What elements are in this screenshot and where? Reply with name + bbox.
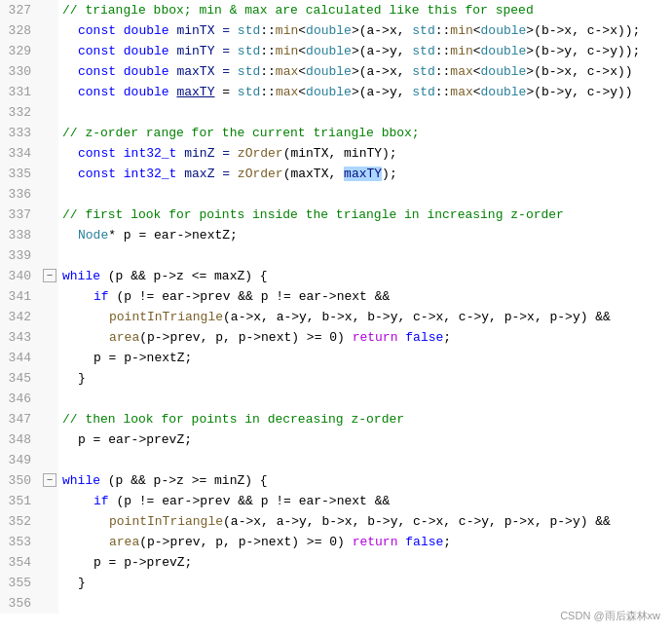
code-line: // triangle bbox; min & max are calculat…	[58, 0, 672, 20]
code-line: // then look for points in decreasing z-…	[58, 409, 672, 429]
table-row: 352pointInTriangle(a->x, a->y, b->x, b->…	[0, 511, 672, 532]
line-number: 338	[0, 225, 41, 245]
table-row: 344p = p->nextZ;	[0, 348, 672, 368]
table-row: 347// then look for points in decreasing…	[0, 409, 672, 429]
gutter-icon	[41, 41, 58, 61]
line-number: 344	[0, 348, 41, 368]
table-row: 331const double maxTY = std::max<double>…	[0, 82, 672, 102]
line-number: 347	[0, 409, 41, 429]
table-row: 345}	[0, 368, 672, 389]
table-row: 350−while (p && p->z >= minZ) {	[0, 470, 672, 491]
line-number: 346	[0, 389, 41, 409]
code-line: const int32_t maxZ = zOrder(maxTX, maxTY…	[58, 164, 672, 184]
gutter-icon	[41, 143, 58, 164]
line-number: 355	[0, 573, 41, 593]
line-number: 335	[0, 164, 41, 184]
line-number: 341	[0, 286, 41, 307]
code-line: area(p->prev, p, p->next) >= 0) return f…	[58, 532, 672, 552]
table-row: 354p = p->prevZ;	[0, 552, 672, 573]
code-editor: 327// triangle bbox; min & max are calcu…	[0, 0, 672, 634]
line-number: 331	[0, 82, 41, 102]
code-line	[58, 184, 672, 205]
gutter-icon	[41, 0, 58, 20]
gutter-icon[interactable]: −	[41, 266, 58, 286]
code-line: // z-order range for the current triangl…	[58, 123, 672, 143]
code-line: }	[58, 573, 672, 593]
code-line: if (p != ear->prev && p != ear->next &&	[58, 286, 672, 307]
table-row: 343area(p->prev, p, p->next) >= 0) retur…	[0, 327, 672, 348]
table-row: 333// z-order range for the current tria…	[0, 123, 672, 143]
gutter-icon	[41, 409, 58, 429]
line-number: 356	[0, 593, 41, 614]
code-table: 327// triangle bbox; min & max are calcu…	[0, 0, 672, 614]
line-number: 333	[0, 123, 41, 143]
line-number: 345	[0, 368, 41, 389]
gutter-icon	[41, 429, 58, 450]
line-number: 348	[0, 429, 41, 450]
gutter-icon	[41, 102, 58, 123]
table-row: 355}	[0, 573, 672, 593]
line-number: 342	[0, 307, 41, 327]
gutter-icon	[41, 123, 58, 143]
code-line: const double minTX = std::min<double>(a-…	[58, 20, 672, 41]
table-row: 335const int32_t maxZ = zOrder(maxTX, ma…	[0, 164, 672, 184]
line-number: 334	[0, 143, 41, 164]
line-number: 336	[0, 184, 41, 205]
gutter-icon	[41, 20, 58, 41]
gutter-icon	[41, 348, 58, 368]
code-line: if (p != ear->prev && p != ear->next &&	[58, 491, 672, 511]
code-line: while (p && p->z >= minZ) {	[58, 470, 672, 491]
gutter-icon	[41, 327, 58, 348]
line-number: 332	[0, 102, 41, 123]
gutter-icon	[41, 307, 58, 327]
gutter-icon	[41, 491, 58, 511]
code-line: p = p->prevZ;	[58, 552, 672, 573]
table-row: 346	[0, 389, 672, 409]
gutter-icon[interactable]: −	[41, 470, 58, 491]
table-row: 348p = ear->prevZ;	[0, 429, 672, 450]
gutter-icon	[41, 184, 58, 205]
gutter-icon	[41, 573, 58, 593]
code-line: pointInTriangle(a->x, a->y, b->x, b->y, …	[58, 307, 672, 327]
gutter-icon	[41, 593, 58, 614]
code-line: }	[58, 368, 672, 389]
line-number: 328	[0, 20, 41, 41]
line-number: 329	[0, 41, 41, 61]
line-number: 327	[0, 0, 41, 20]
gutter-icon	[41, 552, 58, 573]
gutter-icon	[41, 368, 58, 389]
table-row: 339	[0, 245, 672, 266]
line-number: 337	[0, 205, 41, 225]
watermark: CSDN @雨后森林xw	[560, 606, 660, 626]
gutter-icon	[41, 511, 58, 532]
gutter-icon	[41, 389, 58, 409]
table-row: 337// first look for points inside the t…	[0, 205, 672, 225]
code-line	[58, 245, 672, 266]
code-line: Node* p = ear->nextZ;	[58, 225, 672, 245]
code-line	[58, 389, 672, 409]
table-row: 341if (p != ear->prev && p != ear->next …	[0, 286, 672, 307]
code-line: const int32_t minZ = zOrder(minTX, minTY…	[58, 143, 672, 164]
line-number: 352	[0, 511, 41, 532]
code-line: const double maxTX = std::max<double>(a-…	[58, 61, 672, 82]
table-row: 353area(p->prev, p, p->next) >= 0) retur…	[0, 532, 672, 552]
gutter-icon	[41, 164, 58, 184]
gutter-icon	[41, 205, 58, 225]
code-line: area(p->prev, p, p->next) >= 0) return f…	[58, 327, 672, 348]
table-row: 334const int32_t minZ = zOrder(minTX, mi…	[0, 143, 672, 164]
code-line	[58, 102, 672, 123]
table-row: 327// triangle bbox; min & max are calcu…	[0, 0, 672, 20]
gutter-icon	[41, 532, 58, 552]
table-row: 349	[0, 450, 672, 470]
table-row: 336	[0, 184, 672, 205]
code-line: p = p->nextZ;	[58, 348, 672, 368]
code-line: pointInTriangle(a->x, a->y, b->x, b->y, …	[58, 511, 672, 532]
table-row: 340−while (p && p->z <= maxZ) {	[0, 266, 672, 286]
gutter-icon	[41, 245, 58, 266]
line-number: 350	[0, 470, 41, 491]
line-number: 330	[0, 61, 41, 82]
line-number: 353	[0, 532, 41, 552]
gutter-icon	[41, 225, 58, 245]
table-row: 351if (p != ear->prev && p != ear->next …	[0, 491, 672, 511]
table-row: 329const double minTY = std::min<double>…	[0, 41, 672, 61]
